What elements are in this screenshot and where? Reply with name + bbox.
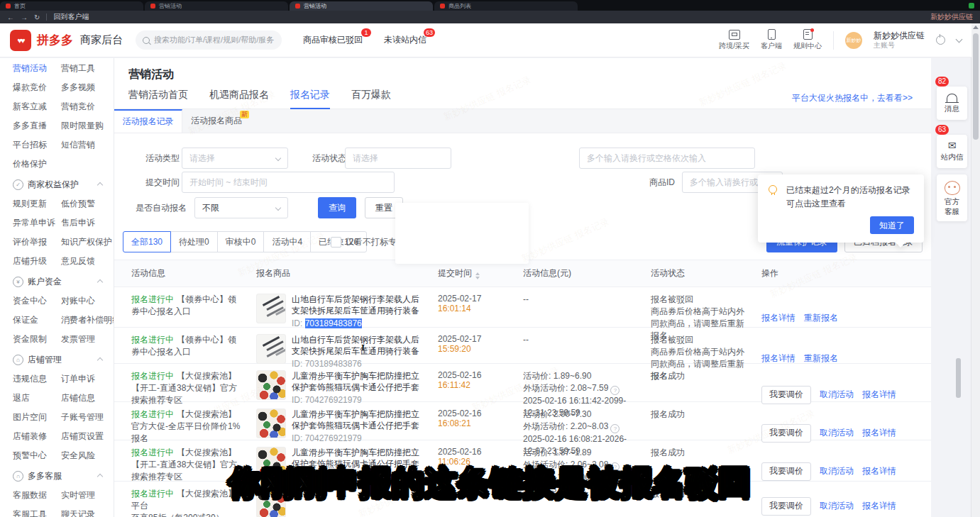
quick-link-crossborder[interactable]: 跨境/采买 xyxy=(719,30,749,51)
sidebar-item-预警中心[interactable]: 预警中心 xyxy=(13,450,60,462)
sidebar-item-店铺升级[interactable]: 店铺升级 xyxy=(13,255,60,267)
question-icon[interactable]: ? xyxy=(610,386,620,395)
address-text[interactable]: 回到客户端 xyxy=(53,12,89,22)
chevron-up-icon[interactable] xyxy=(97,473,103,479)
sidebar-item-图片空间[interactable]: 图片空间 xyxy=(13,411,60,423)
inner-scrollbar-thumb[interactable] xyxy=(956,358,961,398)
sidebar-item-消费者补偿明细[interactable]: 消费者补偿明细 xyxy=(61,314,114,326)
quick-link-client[interactable]: 客户端 xyxy=(761,29,782,51)
sidebar-item-资金中心[interactable]: 资金中心 xyxy=(13,295,60,307)
activity-id-input[interactable]: 多个输入请换行或空格依次输入 xyxy=(579,148,755,169)
browser-scrollbar[interactable] xyxy=(971,23,980,517)
unread-mail-link[interactable]: 未读站内信 63 xyxy=(384,34,426,46)
action-link-报名详情[interactable]: 报名详情 xyxy=(862,465,896,477)
sidebar-item-规则更新[interactable]: 规则更新 xyxy=(13,198,60,210)
tab-报名记录[interactable]: 报名记录 xyxy=(290,89,330,109)
sidebar-item-售后申诉[interactable]: 售后申诉 xyxy=(61,217,114,229)
chip-审核中0[interactable]: 审核中0 xyxy=(217,231,265,252)
action-link-报名详情[interactable]: 报名详情 xyxy=(761,312,795,324)
sidebar-item-多多视频[interactable]: 多多视频 xyxy=(61,82,114,94)
sidebar-item-保证金[interactable]: 保证金 xyxy=(13,314,60,326)
sidebar-group-header[interactable]: ∩多多客服 xyxy=(13,470,114,482)
chip-活动中4[interactable]: 活动中4 xyxy=(263,231,311,252)
sidebar-item-退店[interactable]: 退店 xyxy=(13,392,60,404)
sidebar-item-新客立减[interactable]: 新客立减 xyxy=(13,101,60,113)
sidebar-item-限时限量购[interactable]: 限时限量购 xyxy=(61,120,114,132)
tab-营销活动首页[interactable]: 营销活动首页 xyxy=(128,89,188,109)
rail-sitemail-button[interactable]: ✉ 站内信 xyxy=(937,135,967,168)
sidebar-item-意见反馈[interactable]: 意见反馈 xyxy=(61,255,114,267)
submit-time-range-input[interactable]: 开始时间 ~ 结束时间 xyxy=(182,172,395,193)
logout-icon[interactable] xyxy=(936,35,945,45)
sidebar-item-平台招标[interactable]: 平台招标 xyxy=(13,139,60,151)
chevron-down-icon[interactable] xyxy=(956,35,963,43)
sidebar-item-评价举报[interactable]: 评价举报 xyxy=(13,236,60,248)
sidebar-group-header[interactable]: ⌂店铺管理 xyxy=(13,354,114,366)
pdd-logo-icon[interactable]: ♥♥ xyxy=(10,30,31,51)
scrollbar-thumb[interactable] xyxy=(973,33,979,140)
promo-link[interactable]: 平台大促火热报名中，去看看>> xyxy=(792,92,913,104)
product-title[interactable]: 儿童滑步平衡车护胸车把防撞把立保护套饰熊猫玩偶卡通公仔把手套 xyxy=(292,370,424,393)
activity-status-select[interactable]: 请选择 xyxy=(345,148,451,169)
sidebar-item-营销工具[interactable]: 营销工具 xyxy=(61,62,114,74)
activity-type-select[interactable]: 请选择 xyxy=(182,148,288,169)
chip-全部130[interactable]: 全部130 xyxy=(123,231,171,252)
browser-tab-3[interactable]: 商品列表 xyxy=(434,1,578,11)
product-thumbnail[interactable] xyxy=(256,334,286,364)
sidebar-item-对账中心[interactable]: 对账中心 xyxy=(61,295,114,307)
adjust-price-button[interactable]: 我要调价 xyxy=(761,386,811,404)
sidebar-group-header[interactable]: ✓商家权益保护 xyxy=(13,179,114,191)
got-it-button[interactable]: 知道了 xyxy=(870,216,914,234)
browser-tab-0[interactable]: 首页 xyxy=(0,1,143,11)
reload-icon[interactable]: ↻ xyxy=(34,13,40,21)
sidebar-item-实时管理[interactable]: 实时管理 xyxy=(61,489,114,501)
adjust-price-button[interactable]: 我要调价 xyxy=(761,497,811,516)
product-title[interactable]: 山地自行车后货架钢行李架载人后支架快拆尾架后车筐通用骑行装备 xyxy=(292,334,424,357)
action-link-重新报名[interactable]: 重新报名 xyxy=(804,312,838,324)
browser-tab-1[interactable]: 营销活动 xyxy=(145,1,288,11)
adjust-price-button[interactable]: 我要调价 xyxy=(761,424,811,443)
audit-rejected-link[interactable]: 商品审核已驳回 1 xyxy=(303,34,363,46)
tab-百万爆款[interactable]: 百万爆款 xyxy=(351,89,391,109)
product-thumbnail[interactable] xyxy=(256,370,286,400)
sidebar-item-爆款竞价[interactable]: 爆款竞价 xyxy=(13,82,60,94)
sidebar-item-客服工具[interactable]: 客服工具 xyxy=(13,508,60,517)
sidebar-item-营销活动[interactable]: 营销活动 xyxy=(13,62,60,74)
chevron-up-icon[interactable] xyxy=(97,279,103,284)
only-unmarked-checkbox[interactable] xyxy=(331,237,341,248)
sidebar-item-低价预警[interactable]: 低价预警 xyxy=(61,198,114,210)
sidebar-item-多多直播[interactable]: 多多直播 xyxy=(13,120,60,132)
rail-messages-button[interactable]: 消息 xyxy=(937,87,967,120)
sidebar-item-订单申诉[interactable]: 订单申诉 xyxy=(61,373,114,385)
tab-机遇商品报名[interactable]: 机遇商品报名 xyxy=(209,89,269,109)
chevron-up-icon[interactable] xyxy=(97,357,103,362)
sidebar-item-短信营销[interactable]: 短信营销 xyxy=(61,139,114,151)
product-thumbnail[interactable] xyxy=(256,294,286,323)
scroll-up-arrow[interactable] xyxy=(973,26,979,29)
auto-signup-select[interactable]: 不限 xyxy=(194,197,288,218)
browser-tab-2[interactable]: 营销活动 xyxy=(290,1,433,11)
sidebar-item-资金限制[interactable]: 资金限制 xyxy=(13,333,60,345)
query-button[interactable]: 查询 xyxy=(318,197,356,218)
sort-icon[interactable] xyxy=(475,272,480,279)
subtab-活动报名商品[interactable]: 活动报名商品新 xyxy=(182,109,250,133)
sidebar-item-违规信息[interactable]: 违规信息 xyxy=(13,373,60,385)
sidebar-item-店铺信息[interactable]: 店铺信息 xyxy=(61,392,114,404)
action-link-重新报名[interactable]: 重新报名 xyxy=(804,352,838,365)
quick-link-rules[interactable]: 规则中心 xyxy=(793,29,822,51)
sidebar-item-聊天记录[interactable]: 聊天记录 xyxy=(61,508,114,517)
rail-official-service-button[interactable]: 官方 客服 xyxy=(937,174,967,221)
sidebar-item-价格保护[interactable]: 价格保护 xyxy=(13,158,60,170)
sidebar-item-营销竞价[interactable]: 营销竞价 xyxy=(61,101,114,113)
action-link-报名详情[interactable]: 报名详情 xyxy=(862,427,896,439)
product-title[interactable]: 山地自行车后货架钢行李架载人后支架快拆尾架后车筐通用骑行装备 xyxy=(292,294,424,316)
product-thumbnail[interactable] xyxy=(256,408,286,438)
question-icon[interactable]: ? xyxy=(610,424,620,433)
action-link-报名详情[interactable]: 报名详情 xyxy=(761,352,795,365)
sidebar-item-店铺装修[interactable]: 店铺装修 xyxy=(13,430,60,443)
sidebar-item-知识产权保护[interactable]: 知识产权保护 xyxy=(61,236,114,248)
chip-待处理0[interactable]: 待处理0 xyxy=(170,231,218,252)
action-link-取消活动[interactable]: 取消活动 xyxy=(820,500,854,512)
product-title[interactable]: 儿童滑步平衡车护胸车把防撞把立保护套饰熊猫玩偶卡通公仔把手套 xyxy=(292,408,424,431)
sidebar-item-发票管理[interactable]: 发票管理 xyxy=(61,333,114,345)
